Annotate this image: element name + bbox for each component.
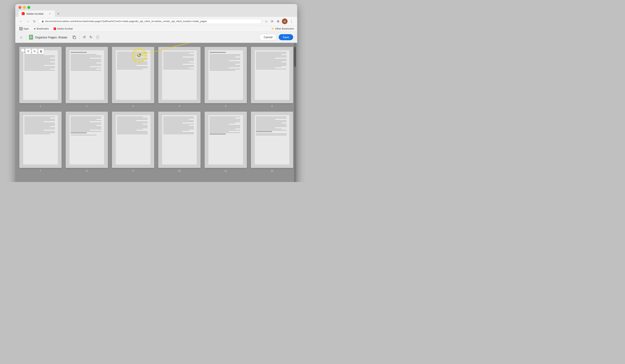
page-card-2[interactable] (66, 47, 108, 103)
page-inner-5 (208, 50, 243, 100)
title-bar: A Adobe Acrobat × + (15, 4, 297, 17)
page-number-6: 6 (271, 105, 273, 108)
page-hover-overlay: ↺ ↻ 🗑 (21, 49, 44, 54)
page-inner-9 (116, 115, 150, 165)
svg-text:A: A (54, 28, 55, 30)
page-title: Organize Pages: Rotate (35, 36, 67, 39)
page-inner-11 (208, 115, 243, 165)
bookmarks-bar: Apps ★ Bookmarks A Adobe Acrobat 📁 Other… (15, 26, 297, 32)
other-bookmarks[interactable]: 📁 Other Bookmarks (271, 27, 294, 30)
page-number-4: 4 (179, 105, 180, 108)
page-checkbox[interactable] (21, 49, 25, 52)
page-thumb-2[interactable]: 2 (66, 47, 108, 108)
document-icon (29, 35, 33, 40)
page-thumb-1[interactable]: ↺ ↻ 🗑 1 (19, 47, 62, 108)
page-thumb-10[interactable]: 10 (158, 112, 201, 172)
delete-page-btn[interactable]: 🗑 (38, 49, 44, 54)
trash-icon (96, 35, 99, 39)
page-card-8[interactable] (66, 112, 108, 168)
page-thumb-9[interactable]: 9 (112, 112, 154, 172)
apps-label: Apps (23, 27, 29, 30)
svg-rect-2 (42, 21, 43, 22)
refresh-button[interactable]: ↻ (32, 19, 36, 24)
tab-title: Adobe Acrobat (26, 12, 43, 15)
page-inner-4 (162, 50, 197, 100)
other-bookmarks-label: Other Bookmarks (275, 27, 294, 30)
page-inner-7 (23, 115, 58, 165)
save-button[interactable]: Save (279, 34, 293, 40)
page-inner-1 (23, 50, 58, 100)
bookmarks-label: Bookmarks (37, 27, 49, 30)
page-inner-12 (255, 115, 289, 165)
minimize-button[interactable] (23, 6, 26, 9)
page-number-2: 2 (86, 105, 88, 108)
page-card-9[interactable] (112, 112, 154, 168)
page-grid-row2: 7 (19, 112, 293, 172)
browser-window: A Adobe Acrobat × + ← → ↻ documentcloud.… (15, 4, 297, 182)
extract-pages-button[interactable] (71, 34, 77, 40)
profile-avatar[interactable]: U (282, 19, 287, 24)
redo-button[interactable]: ↻ (88, 34, 94, 41)
maximize-button[interactable] (27, 6, 30, 9)
page-thumb-8[interactable]: 8 (66, 112, 108, 172)
app-toolbar: ⌂ Organize Pages: Rotate ↺ ↻ (15, 32, 297, 43)
lock-icon (41, 20, 44, 23)
cancel-button[interactable]: Cancel (259, 34, 277, 40)
home-button[interactable]: ⌂ (19, 34, 23, 40)
page-card-12[interactable] (251, 112, 293, 168)
page-card-11[interactable] (205, 112, 247, 168)
tab-bar: A Adobe Acrobat × + (19, 10, 294, 17)
close-button[interactable] (19, 6, 21, 9)
page-number-8: 8 (86, 169, 88, 172)
apps-bookmark[interactable]: Apps (19, 27, 30, 31)
nav-actions: ☆ ⟳ ⚙ U ⋮ (264, 19, 294, 24)
page-card-1[interactable]: ↺ ↻ 🗑 (19, 47, 62, 103)
rotate-left-btn[interactable]: ↺ (25, 49, 31, 54)
page-thumb-7[interactable]: 7 (19, 112, 62, 172)
scrollbar-track[interactable] (294, 43, 296, 182)
delete-button[interactable] (95, 34, 100, 40)
undo-button[interactable]: ↺ (82, 34, 87, 41)
page-inner-6 (255, 50, 289, 100)
rotate-right-btn[interactable]: ↻ (32, 49, 37, 54)
page-number-12: 12 (271, 169, 273, 172)
tab-close-button[interactable]: × (48, 12, 52, 15)
adobe-bookmark-icon: A (54, 28, 56, 30)
spotlight-arrow (138, 43, 203, 57)
page-thumb-12[interactable]: 12 (251, 112, 293, 172)
traffic-lights (19, 6, 294, 9)
adobe-tab-icon: A (22, 12, 25, 15)
svg-text:A: A (22, 13, 24, 15)
main-content: ↺ (15, 43, 297, 182)
navigation-bar: ← → ↻ documentcloud.adobe.com/link/acrob… (15, 17, 297, 26)
extract-icon (72, 35, 76, 39)
page-number-3: 3 (132, 105, 134, 108)
bookmark-star-button[interactable]: ☆ (264, 19, 268, 24)
page-thumb-6[interactable]: 6 (251, 47, 293, 108)
page-inner-2 (69, 50, 104, 100)
page-thumb-5[interactable]: 5 (205, 47, 247, 108)
page-number-11: 11 (224, 169, 227, 172)
page-card-10[interactable] (158, 112, 201, 168)
new-tab-button[interactable]: + (56, 11, 61, 17)
page-number-10: 10 (178, 169, 181, 172)
page-number-5: 5 (225, 105, 226, 108)
address-bar[interactable]: documentcloud.adobe.com/link/acrobat/rot… (38, 19, 262, 24)
page-thumb-11[interactable]: 11 (205, 112, 247, 172)
svg-line-16 (139, 43, 194, 56)
scrollbar-thumb[interactable] (294, 47, 296, 67)
page-card-6[interactable] (251, 47, 293, 103)
page-card-7[interactable] (19, 112, 62, 168)
active-tab[interactable]: A Adobe Acrobat × (19, 10, 55, 17)
extensions-button[interactable]: ⚙ (276, 19, 280, 24)
back-button[interactable]: ← (19, 19, 23, 24)
bookmarks-bookmark[interactable]: ★ Bookmarks (33, 27, 50, 30)
adobe-acrobat-bookmark[interactable]: A Adobe Acrobat (53, 27, 73, 30)
sync-button[interactable]: ⟳ (270, 19, 274, 24)
menu-button[interactable]: ⋮ (289, 19, 294, 24)
url-text: documentcloud.adobe.com/link/acrobat/rot… (45, 20, 259, 23)
toolbar-icons: ↺ ↻ (71, 34, 100, 41)
page-card-5[interactable] (205, 47, 247, 103)
forward-button[interactable]: → (25, 19, 30, 24)
rotate-spotlight: ↺ (132, 49, 146, 62)
